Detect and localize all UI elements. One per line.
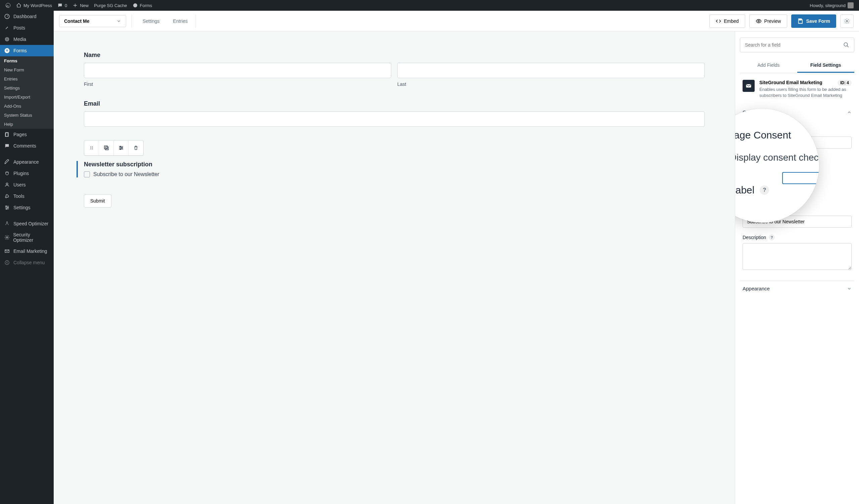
svg-point-4 <box>5 37 9 41</box>
sidebar-appearance[interactable]: Appearance <box>0 156 54 168</box>
svg-point-20 <box>90 147 91 148</box>
email-input[interactable] <box>84 111 705 127</box>
form-canvas: Name First Last Email <box>54 32 735 504</box>
sidebar-forms[interactable]: Forms <box>0 45 54 56</box>
svg-point-21 <box>92 147 93 148</box>
user-icon <box>4 182 10 188</box>
first-name-sublabel: First <box>84 81 391 87</box>
sidebar-users[interactable]: Users <box>0 179 54 190</box>
tab-entries[interactable]: Entries <box>170 18 191 24</box>
svg-point-15 <box>758 20 759 22</box>
brush-icon <box>4 159 10 165</box>
sub-entries[interactable]: Entries <box>0 75 54 83</box>
svg-point-23 <box>92 148 93 149</box>
admin-sidebar: Dashboard Posts Media Forms Forms New Fo… <box>0 11 54 504</box>
field-settings-panel: Add Fields Field Settings SiteGround Ema… <box>735 32 859 504</box>
embed-button[interactable]: Embed <box>709 14 745 28</box>
svg-point-18 <box>90 146 91 147</box>
form-settings-icon-button[interactable] <box>840 14 854 28</box>
sub-system-status[interactable]: System Status <box>0 111 54 120</box>
zoom-input-edge <box>782 172 819 184</box>
description-textarea[interactable] <box>742 243 852 270</box>
plus-icon <box>73 3 78 8</box>
eye-icon <box>756 18 762 24</box>
topbar-user-greeting[interactable]: Howdy, siteground <box>807 0 856 11</box>
topbar-new[interactable]: New <box>70 0 91 11</box>
description-setting-label: Description <box>742 235 766 240</box>
zoom-help-icon: ? <box>760 186 769 195</box>
newsletter-title: Newsletter subscription <box>84 161 705 168</box>
email-label: Email <box>84 100 705 107</box>
sidebar-collapse[interactable]: Collapse menu <box>0 257 54 268</box>
preview-button[interactable]: Preview <box>749 14 787 28</box>
delete-button[interactable] <box>129 141 143 155</box>
sub-forms[interactable]: Forms <box>0 56 54 65</box>
svg-point-10 <box>7 207 9 208</box>
rocket-icon <box>4 221 10 227</box>
collapse-icon <box>4 259 10 266</box>
sidebar-media[interactable]: Media <box>0 33 54 45</box>
tab-add-fields[interactable]: Add Fields <box>740 58 797 73</box>
comment-icon <box>57 3 63 8</box>
dashboard-icon <box>4 13 10 19</box>
duplicate-button[interactable] <box>99 141 114 155</box>
section-appearance[interactable]: Appearance <box>740 281 854 296</box>
sub-help[interactable]: Help <box>0 120 54 129</box>
svg-point-29 <box>844 43 848 46</box>
checkbox-icon <box>84 171 90 177</box>
newsletter-field-group[interactable]: Newsletter subscription Subscribe to our… <box>84 140 705 177</box>
sub-settings[interactable]: Settings <box>0 83 54 93</box>
sub-new-form[interactable]: New Form <box>0 65 54 75</box>
svg-rect-16 <box>799 19 801 20</box>
forms-icon <box>133 3 138 8</box>
tab-settings[interactable]: Settings <box>140 18 162 24</box>
sub-addons[interactable]: Add-Ons <box>0 101 54 111</box>
sidebar-plugins[interactable]: Plugins <box>0 168 54 179</box>
chevron-down-icon <box>847 286 852 291</box>
svg-point-11 <box>6 208 7 209</box>
tab-field-settings[interactable]: Field Settings <box>797 58 855 73</box>
home-icon <box>16 3 21 8</box>
sidebar-email-marketing[interactable]: Email Marketing <box>0 246 54 257</box>
form-selector[interactable]: Contact Me <box>59 15 126 27</box>
name-label: Name <box>84 52 705 59</box>
wordpress-icon <box>5 3 11 8</box>
drag-handle-button[interactable] <box>84 141 99 155</box>
search-input[interactable] <box>745 42 843 48</box>
field-type-title: SiteGround Email Marketing <box>759 80 822 85</box>
sidebar-posts[interactable]: Posts <box>0 22 54 33</box>
forms-icon <box>4 48 10 54</box>
sidebar-security-optimizer[interactable]: Security Optimizer <box>0 230 54 246</box>
topbar-site-name[interactable]: My WordPress <box>13 0 55 11</box>
field-info-block: SiteGround Email Marketing ID: 4 Enables… <box>740 80 854 105</box>
svg-point-8 <box>6 183 8 185</box>
help-icon[interactable]: ? <box>769 234 775 240</box>
mail-icon <box>742 80 755 92</box>
settings-button[interactable] <box>114 141 129 155</box>
last-name-input[interactable] <box>397 63 705 78</box>
topbar-wp-logo[interactable] <box>3 0 13 11</box>
sidebar-speed-optimizer[interactable]: Speed Optimizer <box>0 218 54 230</box>
sidebar-pages[interactable]: Pages <box>0 129 54 140</box>
topbar-comments[interactable]: 0 <box>55 0 70 11</box>
admin-topbar: My WordPress 0 New Purge SG Cache Forms … <box>0 0 859 11</box>
sub-import-export[interactable]: Import/Export <box>0 93 54 101</box>
topbar-purge-cache[interactable]: Purge SG Cache <box>91 0 130 11</box>
sliders-icon <box>4 205 10 210</box>
field-search[interactable] <box>740 37 854 52</box>
svg-point-9 <box>6 206 7 207</box>
sidebar-dashboard[interactable]: Dashboard <box>0 11 54 22</box>
avatar <box>848 2 854 9</box>
submit-button[interactable]: Submit <box>84 194 111 208</box>
newsletter-checkbox-row[interactable]: Subscribe to our Newsletter <box>84 171 705 177</box>
sidebar-settings[interactable]: Settings <box>0 202 54 213</box>
envelope-icon <box>4 248 10 254</box>
email-field-group[interactable]: Email <box>84 100 705 127</box>
save-form-button[interactable]: Save Form <box>791 14 836 28</box>
sidebar-tools[interactable]: Tools <box>0 190 54 202</box>
first-name-input[interactable] <box>84 63 391 78</box>
name-field-group[interactable]: Name First Last <box>84 52 705 87</box>
sidebar-comments[interactable]: Comments <box>0 140 54 152</box>
topbar-forms[interactable]: Forms <box>130 0 155 11</box>
gear-icon <box>844 18 850 24</box>
